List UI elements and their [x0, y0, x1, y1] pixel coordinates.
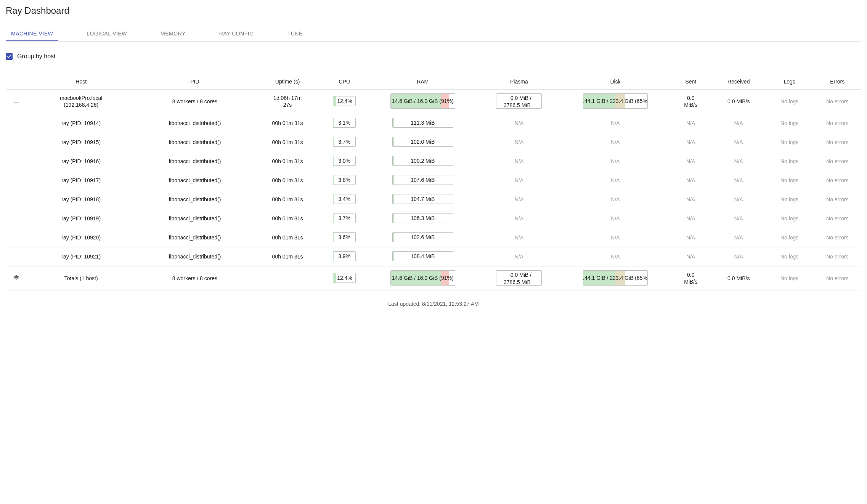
logs-cell: No logs — [766, 152, 814, 171]
tab-ray-config[interactable]: RAY CONFIG — [214, 27, 259, 41]
received-cell: 0.0 MiB/s — [712, 266, 766, 291]
plasma-cell: N/A — [477, 209, 561, 228]
tab-memory[interactable]: MEMORY — [155, 27, 191, 41]
table-header-row: Host PID Uptime (s) CPU RAM Plasma Disk … — [6, 74, 861, 89]
plasma-cell: N/A — [477, 171, 561, 190]
logs-cell: No logs — [766, 266, 814, 291]
sent-cell: 0.0MiB/s — [670, 266, 712, 291]
cpu-cell: 3.6% — [320, 228, 368, 247]
uptime-cell — [255, 266, 321, 291]
th-uptime: Uptime (s) — [255, 74, 321, 89]
ram-cell: 106.3 MiB — [368, 209, 477, 228]
host-cell: ray (PID: 10918) — [27, 190, 135, 209]
tab-machine-view[interactable]: MACHINE VIEW — [6, 27, 58, 41]
host-cell: ray (PID: 10921) — [27, 247, 135, 266]
uptime-cell: 00h 01m 31s — [255, 152, 321, 171]
ram-cell: 104.7 MiB — [368, 190, 477, 209]
disk-cell: N/A — [561, 114, 670, 133]
disk-cell: N/A — [561, 247, 670, 266]
received-cell: N/A — [712, 228, 766, 247]
th-disk: Disk — [561, 74, 670, 89]
machine-table: Host PID Uptime (s) CPU RAM Plasma Disk … — [6, 74, 861, 291]
cpu-cell: 12.4% — [320, 266, 368, 291]
logs-cell: No logs — [766, 247, 814, 266]
host-cell: ray (PID: 10915) — [27, 133, 135, 152]
ram-cell: 111.3 MiB — [368, 114, 477, 133]
group-by-host-checkbox[interactable] — [6, 53, 13, 60]
group-by-host-label: Group by host — [17, 53, 56, 60]
cpu-cell: 12.4% — [320, 89, 368, 114]
th-pid: PID — [135, 74, 255, 89]
cpu-cell: 3.1% — [320, 114, 368, 133]
logs-cell: No logs — [766, 133, 814, 152]
group-by-host-control: Group by host — [6, 53, 861, 60]
pid-cell: fibonacci_distributed() — [135, 190, 255, 209]
sent-cell: N/A — [670, 152, 712, 171]
errors-cell: No errors — [813, 114, 861, 133]
pid-cell: fibonacci_distributed() — [135, 152, 255, 171]
plasma-cell: 0.0 MiB /3786.5 MiB — [477, 266, 561, 291]
disk-cell: 144.1 GiB / 223.4 GiB (65%) — [561, 266, 670, 291]
ram-cell: 107.6 MiB — [368, 171, 477, 190]
received-cell: N/A — [712, 209, 766, 228]
sent-cell: N/A — [670, 228, 712, 247]
disk-cell: N/A — [561, 228, 670, 247]
disk-cell: N/A — [561, 209, 670, 228]
sent-cell: N/A — [670, 247, 712, 266]
received-cell: N/A — [712, 247, 766, 266]
logs-cell: No logs — [766, 209, 814, 228]
tab-logical-view[interactable]: LOGICAL VIEW — [81, 27, 132, 41]
ram-cell: 14.6 GiB / 16.0 GiB (91%) — [368, 89, 477, 114]
uptime-cell: 1d 06h 17m27s — [255, 89, 321, 114]
host-cell: ray (PID: 10916) — [27, 152, 135, 171]
errors-cell: No errors — [813, 190, 861, 209]
errors-cell: No errors — [813, 209, 861, 228]
plasma-cell: 0.0 MiB /3786.5 MiB — [477, 89, 561, 114]
logs-cell: No logs — [766, 228, 814, 247]
uptime-cell: 00h 01m 31s — [255, 114, 321, 133]
layers-icon — [13, 276, 20, 282]
errors-cell: No errors — [813, 89, 861, 114]
ram-cell: 100.2 MiB — [368, 152, 477, 171]
ram-cell: 14.6 GiB / 16.0 GiB (91%) — [368, 266, 477, 291]
worker-row: ray (PID: 10921) fibonacci_distributed()… — [6, 247, 861, 266]
logs-cell: No logs — [766, 114, 814, 133]
cpu-cell: 3.7% — [320, 133, 368, 152]
collapse-icon[interactable] — [14, 103, 19, 103]
ram-cell: 102.0 MiB — [368, 133, 477, 152]
errors-cell: No errors — [813, 152, 861, 171]
uptime-cell: 00h 01m 31s — [255, 171, 321, 190]
uptime-cell: 00h 01m 31s — [255, 190, 321, 209]
pid-cell: fibonacci_distributed() — [135, 247, 255, 266]
th-errors: Errors — [813, 74, 861, 89]
sent-cell: N/A — [670, 114, 712, 133]
sent-cell: 0.0MiB/s — [670, 89, 712, 114]
th-ram: RAM — [368, 74, 477, 89]
plasma-cell: N/A — [477, 114, 561, 133]
cpu-cell: 3.4% — [320, 190, 368, 209]
worker-row: ray (PID: 10919) fibonacci_distributed()… — [6, 209, 861, 228]
errors-cell: No errors — [813, 171, 861, 190]
host-cell: ray (PID: 10917) — [27, 171, 135, 190]
uptime-cell: 00h 01m 31s — [255, 209, 321, 228]
received-cell: N/A — [712, 114, 766, 133]
disk-cell: N/A — [561, 171, 670, 190]
pid-cell: fibonacci_distributed() — [135, 228, 255, 247]
plasma-cell: N/A — [477, 190, 561, 209]
worker-row: ray (PID: 10918) fibonacci_distributed()… — [6, 190, 861, 209]
disk-cell: N/A — [561, 190, 670, 209]
disk-cell: N/A — [561, 133, 670, 152]
tab-tune[interactable]: TUNE — [282, 27, 308, 41]
cpu-cell: 3.7% — [320, 209, 368, 228]
disk-cell: N/A — [561, 152, 670, 171]
cpu-cell: 3.8% — [320, 171, 368, 190]
pid-cell: fibonacci_distributed() — [135, 171, 255, 190]
sent-cell: N/A — [670, 190, 712, 209]
worker-row: ray (PID: 10917) fibonacci_distributed()… — [6, 171, 861, 190]
cpu-cell: 3.9% — [320, 247, 368, 266]
pid-cell: 8 workers / 8 cores — [135, 266, 255, 291]
received-cell: N/A — [712, 190, 766, 209]
host-cell: macbookPro.local(192.168.4.26) — [27, 89, 135, 114]
ram-cell: 102.6 MiB — [368, 228, 477, 247]
received-cell: N/A — [712, 133, 766, 152]
